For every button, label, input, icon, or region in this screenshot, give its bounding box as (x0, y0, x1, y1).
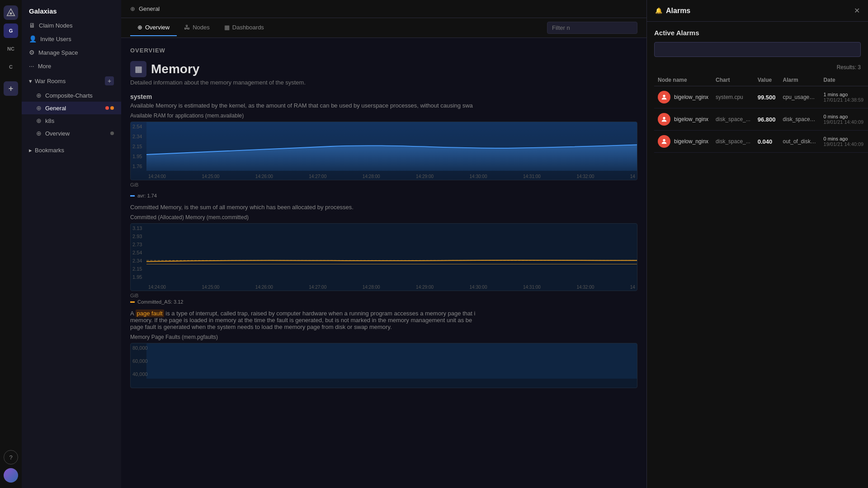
chart1-y-labels: 2.54 2.34 2.15 1.95 1.76 (131, 122, 146, 171)
avatar[interactable] (4, 468, 18, 483)
sidebar-item-more[interactable]: ··· More (22, 59, 121, 73)
chart-icon-4: ⊕ (36, 130, 42, 137)
topbar: ⊕ General (121, 0, 646, 18)
sidebar-item-invite-users[interactable]: 👤 Invite Users (22, 32, 121, 46)
dashboards-tab-icon: ▦ (224, 24, 230, 31)
chart1-legend: avr: 1.74 (130, 193, 637, 198)
icon-bar-item-c[interactable]: C (4, 60, 18, 74)
alarms-results-count: Results: 3 (654, 64, 861, 70)
node-icon-1 (658, 91, 670, 103)
table-row: bigelow_nginx disk_space_... 96.800 disk… (654, 108, 868, 131)
gib-label-2: GiB (130, 293, 637, 298)
icon-bar-add[interactable]: + (4, 81, 18, 96)
sidebar-item-overview[interactable]: ⊕ Overview (22, 127, 121, 140)
sidebar-item-composite-charts[interactable]: ⊕ Composite-Charts (22, 89, 121, 102)
alarm-bell-icon: 🔔 (655, 7, 662, 14)
tab-nodes[interactable]: 🖧 Nodes (177, 19, 217, 36)
sidebar-title: Galaxias (22, 4, 121, 19)
chart1-inner (146, 122, 637, 171)
gib-label-1: GiB (130, 182, 138, 188)
icon-bar: G NC C + ? (0, 0, 22, 488)
chart1-area: 2.54 2.34 2.15 1.95 1.76 (130, 122, 637, 180)
col-chart: Chart (712, 74, 754, 86)
sidebar-item-k8s[interactable]: ⊕ k8s (22, 114, 121, 127)
app-logo[interactable] (4, 5, 18, 20)
node-icon-3 (658, 135, 670, 148)
icon-bar-item-g[interactable]: G (4, 23, 18, 38)
chart-cell-2: disk_space_... (712, 108, 754, 131)
node-cell-2: bigelow_nginx (658, 113, 708, 126)
tab-bar: ⊕ Overview 🖧 Nodes ▦ Dashboards (121, 18, 646, 38)
sidebar-bookmarks[interactable]: ▸ Bookmarks (22, 143, 121, 157)
value-cell-2: 96.800 (754, 108, 779, 131)
sidebar-item-manage-space[interactable]: ⚙ Manage Space (22, 46, 121, 59)
nodes-tab-icon: 🖧 (184, 24, 190, 31)
filter-input[interactable] (547, 22, 637, 34)
chart2-yellow-line (146, 264, 637, 264)
chart-icon: ⊕ (36, 92, 42, 99)
node-name-2: bigelow_nginx (674, 116, 708, 122)
main-content: ⊕ General ⊕ Overview 🖧 Nodes ▦ Dashboard… (121, 0, 646, 488)
sidebar: Galaxias 🖥 Claim Nodes 👤 Invite Users ⚙ … (22, 0, 121, 488)
alarms-subtitle: Active Alarms (654, 29, 861, 37)
svg-point-4 (663, 117, 665, 119)
date-cell-2: 0 mins ago 19/01/21 14:40:09 (820, 108, 868, 131)
chart2-x-labels: 14:24:0014:25:0014:26:0014:27:0014:28:00… (146, 284, 637, 291)
sidebar-item-general[interactable]: ⊕ General (22, 102, 121, 114)
legend-blue-dot (130, 195, 135, 197)
add-war-room-button[interactable]: + (105, 76, 114, 85)
chart-icon-2: ⊕ (36, 104, 42, 112)
alarms-content: Active Alarms Results: 3 Node name Chart… (647, 22, 868, 488)
value-cell-3: 0.040 (754, 131, 779, 153)
section-header: ▦ Memory (130, 61, 637, 77)
tab-overview[interactable]: ⊕ Overview (130, 19, 177, 36)
chart2-inner (146, 224, 637, 282)
more-icon: ··· (29, 62, 34, 70)
chart1-description: Available Memory is estimated by the ker… (130, 102, 637, 109)
icon-bar-bottom: ? (4, 450, 18, 488)
alarms-search-input[interactable] (654, 42, 861, 57)
chart-cell-3: disk_space_... (712, 131, 754, 153)
critical-badge (105, 106, 109, 110)
tab-dashboards[interactable]: ▦ Dashboards (217, 19, 271, 36)
legend-yellow-dot (130, 301, 135, 303)
alarms-panel: 🔔 Alarms ✕ Active Alarms Results: 3 Node… (646, 0, 868, 488)
date-cell-3: 0 mins ago 19/01/21 14:40:09 (820, 131, 868, 153)
help-icon[interactable]: ? (4, 450, 18, 465)
inactive-badge (110, 131, 114, 135)
chart3-y-labels: 80,000 60,000 40,000 (131, 343, 146, 379)
node-cell-3: bigelow_nginx (658, 135, 708, 148)
chart3-inner (146, 343, 637, 379)
svg-point-5 (663, 139, 665, 141)
topbar-nav-icon: ⊕ (130, 5, 135, 12)
chart3-description: A page fault is a type of interrupt, cal… (130, 310, 637, 330)
alarms-table: Node name Chart Value Alarm Date Status (654, 74, 868, 153)
table-row: bigelow_nginx disk_space_... 0.040 out_o… (654, 131, 868, 153)
section-subtitle: Detailed information about the memory ma… (130, 79, 637, 86)
node-icon-2 (658, 113, 670, 126)
node-name-3: bigelow_nginx (674, 138, 708, 145)
chart-icon-3: ⊕ (36, 117, 42, 124)
col-node-name: Node name (654, 74, 712, 86)
table-row: bigelow_nginx system.cpu 99.500 cpu_usag… (654, 86, 868, 108)
sidebar-item-claim-nodes[interactable]: 🖥 Claim Nodes (22, 19, 121, 32)
chart3-label: Memory Page Faults (mem.pgfaults) (130, 334, 637, 340)
chart-cell-1: system.cpu (712, 86, 754, 108)
chart2-legend: Committed_AS: 3.12 (130, 299, 637, 305)
svg-point-3 (663, 95, 665, 97)
value-cell-1: 99.500 (754, 86, 779, 108)
page-fault-highlight: page fault (136, 310, 164, 317)
alarms-title: Alarms (666, 7, 690, 15)
chart3-area: 80,000 60,000 40,000 (130, 343, 637, 388)
alarm-cell-2: disk_space_usage (779, 108, 820, 131)
chart2-y-labels: 3.13 2.93 2.73 2.54 2.34 2.15 1.95 (131, 224, 146, 282)
warning-badge (110, 106, 114, 110)
alarm-cell-1: cpu_usage_user (779, 86, 820, 108)
subsection-title: system (130, 93, 637, 100)
server-icon: 🖥 (29, 22, 35, 29)
date-cell-1: 1 mins ago 17/01/21 14:38:59 (820, 86, 868, 108)
close-alarms-button[interactable]: ✕ (854, 6, 860, 15)
icon-bar-item-nc[interactable]: NC (4, 42, 18, 56)
chart2-area: 3.13 2.93 2.73 2.54 2.34 2.15 1.95 (130, 223, 637, 291)
sidebar-war-rooms[interactable]: ▾ War Rooms + (22, 73, 121, 89)
